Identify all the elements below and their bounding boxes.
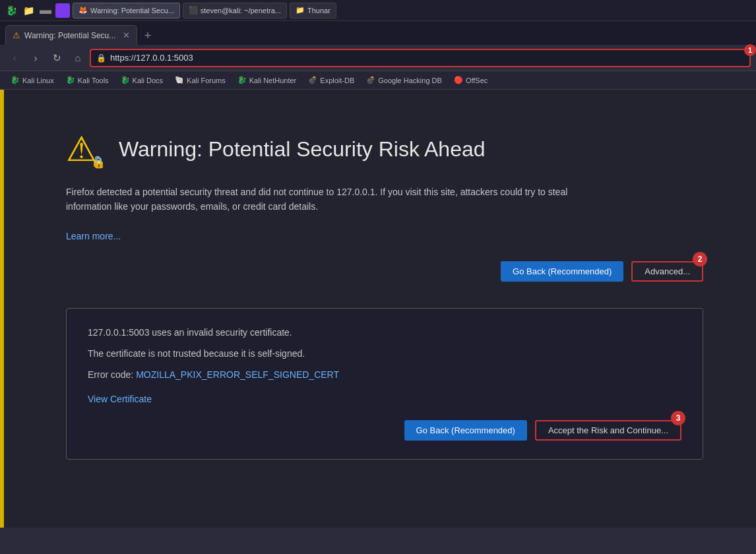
bookmark-kali-docs[interactable]: 🐉 Kali Docs — [115, 75, 168, 86]
advanced-button-wrapper: Advanced... 2 — [631, 261, 703, 282]
kali-forums-icon: 🐚 — [175, 76, 184, 84]
panel-go-back-button[interactable]: Go Back (Recommended) — [404, 420, 527, 441]
kali-nethunter-icon: 🐉 — [237, 76, 247, 84]
kali-tools-icon: 🐉 — [66, 76, 75, 84]
back-button[interactable]: ‹ — [5, 49, 24, 67]
error-main-content: ⚠ 🔒 Warning: Potential Security Risk Ahe… — [0, 90, 756, 499]
thunar-label: Thunar — [307, 7, 331, 15]
lock-overlay-icon: 🔒 — [91, 155, 104, 168]
forward-button[interactable]: › — [26, 49, 45, 67]
url-text: https://127.0.0.1:5003 — [110, 53, 744, 63]
bookmark-offsec-label: OffSec — [466, 77, 488, 84]
firefox-tab-label: Warning: Potential Secu... — [90, 7, 174, 15]
firefox-taskbar-app[interactable]: 🦊 Warning: Potential Secu... — [73, 3, 180, 18]
lock-icon: 🔒 — [96, 53, 106, 63]
learn-more-link[interactable]: Learn more... — [66, 231, 121, 241]
bookmark-kali-docs-label: Kali Docs — [133, 77, 163, 84]
error-code-line: Error code: MOZILLA_PKIX_ERROR_SELF_SIGN… — [88, 369, 681, 380]
bookmark-kali-tools-label: Kali Tools — [78, 77, 109, 84]
accept-risk-button[interactable]: Accept the Risk and Continue... — [535, 420, 681, 441]
bookmark-kali-forums[interactable]: 🐚 Kali Forums — [170, 75, 231, 86]
yellow-side-border — [0, 90, 4, 528]
exploit-db-icon: 💣 — [308, 76, 317, 84]
thunar-taskbar-app[interactable]: 📁 Thunar — [290, 3, 336, 18]
warning-triangle-icon: ⚠ 🔒 — [66, 129, 106, 169]
panel-button-row: Go Back (Recommended) Accept the Risk an… — [88, 420, 681, 441]
bookmark-kali-nethunter[interactable]: 🐉 Kali NetHunter — [232, 75, 302, 86]
reload-button[interactable]: ↻ — [47, 49, 66, 67]
os-taskbar: 🐉 📁 ▬ 🦊 Warning: Potential Secu... ⬛ ste… — [0, 0, 756, 21]
files-icon[interactable]: 📁 — [21, 3, 36, 18]
kali-docs-icon: 🐉 — [121, 76, 130, 84]
thunar-icon: 📁 — [296, 6, 305, 15]
content-area: ⚠ 🔒 Warning: Potential Security Risk Ahe… — [0, 90, 756, 528]
theme-icon[interactable] — [55, 3, 70, 18]
bookmarks-bar: 🐉 Kali Linux 🐉 Kali Tools 🐉 Kali Docs 🐚 … — [0, 71, 756, 90]
bookmark-kali-tools[interactable]: 🐉 Kali Tools — [61, 75, 114, 86]
tab-warning-icon: ⚠ — [13, 30, 20, 40]
accept-risk-wrapper: Accept the Risk and Continue... 3 — [535, 420, 681, 441]
home-button[interactable]: ⌂ — [69, 49, 87, 67]
tab-bar: ⚠ Warning: Potential Secu... ✕ + — [0, 21, 756, 45]
nav-bar: ‹ › ↻ ⌂ 🔒 https://127.0.0.1:5003 1 — [0, 45, 756, 71]
warning-header: ⚠ 🔒 Warning: Potential Security Risk Ahe… — [66, 129, 703, 169]
advanced-badge: 2 — [693, 252, 707, 266]
terminal-icon2: ⬛ — [189, 6, 198, 15]
url-badge: 1 — [744, 44, 756, 56]
triangle-icon: ⚠ — [66, 130, 97, 168]
browser-window: ⚠ Warning: Potential Secu... ✕ + ‹ › ↻ ⌂… — [0, 21, 756, 554]
accept-risk-badge: 3 — [671, 411, 685, 425]
cert-error-text: 127.0.0.1:5003 uses an invalid security … — [88, 327, 681, 338]
kali-menu-icon[interactable]: 🐉 — [4, 3, 18, 18]
bookmark-kali-forums-label: Kali Forums — [187, 77, 226, 84]
bookmark-google-hacking-label: Google Hacking DB — [378, 77, 442, 84]
bookmark-google-hacking[interactable]: 💣 Google Hacking DB — [361, 75, 447, 86]
warning-description: Firefox detected a potential security th… — [66, 185, 581, 214]
bookmark-kali-linux[interactable]: 🐉 Kali Linux — [5, 75, 59, 86]
advanced-panel: 127.0.0.1:5003 uses an invalid security … — [66, 308, 703, 460]
active-tab[interactable]: ⚠ Warning: Potential Secu... ✕ — [5, 25, 137, 45]
main-button-row: Go Back (Recommended) Advanced... 2 — [66, 261, 703, 282]
new-tab-button[interactable]: + — [139, 26, 157, 45]
address-bar[interactable]: 🔒 https://127.0.0.1:5003 1 — [90, 49, 751, 67]
advanced-button[interactable]: Advanced... — [631, 261, 703, 282]
view-certificate-link[interactable]: View Certificate — [88, 394, 152, 404]
kali-linux-icon: 🐉 — [11, 76, 20, 84]
google-hacking-icon: 💣 — [366, 76, 375, 84]
terminal-icon[interactable]: ▬ — [38, 3, 53, 18]
bookmark-kali-nethunter-label: Kali NetHunter — [249, 77, 297, 84]
bookmark-offsec[interactable]: 🔴 OffSec — [449, 75, 493, 86]
offsec-icon: 🔴 — [454, 76, 463, 84]
tab-label: Warning: Potential Secu... — [24, 31, 115, 40]
bookmark-exploit-db-label: Exploit-DB — [320, 77, 354, 84]
firefox-icon: 🦊 — [79, 6, 88, 15]
go-back-button[interactable]: Go Back (Recommended) — [501, 261, 623, 282]
error-code-prefix: Error code: — [88, 369, 136, 380]
warning-title: Warning: Potential Security Risk Ahead — [119, 137, 486, 162]
bookmark-exploit-db[interactable]: 💣 Exploit-DB — [303, 75, 360, 86]
error-code-link[interactable]: MOZILLA_PKIX_ERROR_SELF_SIGNED_CERT — [136, 369, 339, 380]
terminal-label: steven@kali: ~/penetra... — [201, 7, 281, 15]
terminal-taskbar-app[interactable]: ⬛ steven@kali: ~/penetra... — [183, 3, 287, 18]
bookmark-kali-linux-label: Kali Linux — [22, 77, 54, 84]
tab-close-button[interactable]: ✕ — [123, 30, 130, 40]
cert-trust-text: The certificate is not trusted because i… — [88, 348, 681, 359]
